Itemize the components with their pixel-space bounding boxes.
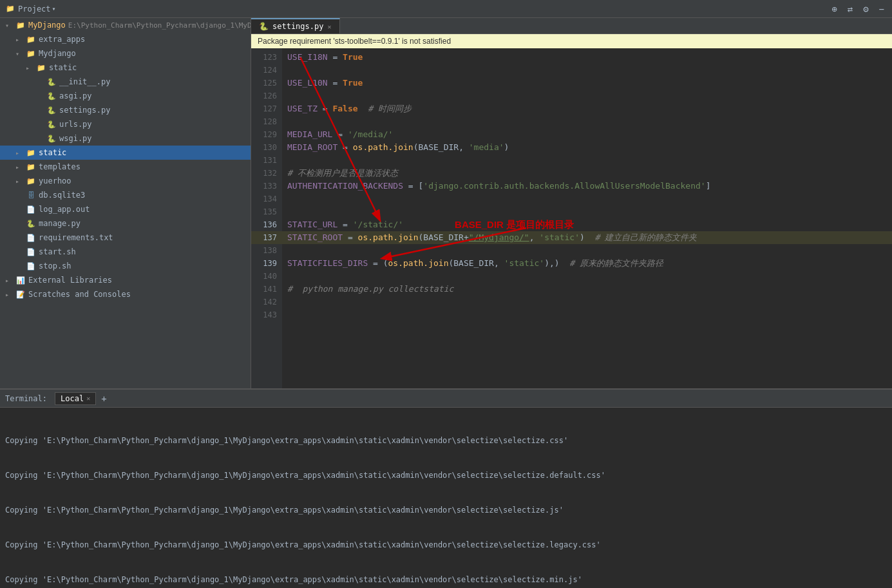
sidebar-item-init[interactable]: 🐍 __init__.py — [0, 75, 251, 89]
sidebar-item-extra-apps[interactable]: 📁 extra_apps — [0, 32, 251, 46]
db-icon: 🗄 — [26, 190, 36, 200]
gear-icon[interactable]: ⚙ — [860, 3, 871, 15]
code-line-138 — [282, 244, 892, 257]
line-numbers: 123 124 125 126 127 128 129 130 131 132 … — [251, 48, 282, 388]
ext-lib-icon: 📊 — [15, 275, 26, 285]
code-line-141: # python manage.py collectstatic — [282, 283, 892, 296]
sidebar-item-label: Mydjango — [39, 49, 76, 58]
editor-tabs: 🐍 settings.py ✕ — [251, 18, 892, 34]
sidebar-item-external-libraries[interactable]: 📊 External Libraries — [0, 273, 251, 287]
sidebar-item-static[interactable]: 📁 static — [0, 146, 251, 160]
code-line-128 — [282, 115, 892, 128]
code-line-142 — [282, 296, 892, 308]
py-icon: 🐍 — [46, 91, 57, 101]
terminal-tabs: Terminal: Local ✕ + — [0, 390, 892, 408]
terminal-tab-label: Local — [61, 394, 84, 403]
code-line-139: STATICFILES_DIRS = (os.path.join(BASE_DI… — [282, 257, 892, 270]
sidebar-item-static-inner[interactable]: 📁 static — [0, 61, 251, 75]
sidebar-item-label: start.sh — [39, 247, 76, 256]
sidebar-item-label: MyDjango — [28, 21, 66, 30]
py-icon: 🐍 — [46, 105, 57, 115]
sidebar-item-settings[interactable]: 🐍 settings.py — [0, 103, 251, 117]
py-icon: 🐍 — [46, 119, 57, 129]
editor-area: 🐍 settings.py ✕ Package requirement 'sts… — [251, 18, 892, 388]
sidebar-item-asgi[interactable]: 🐍 asgi.py — [0, 89, 251, 103]
top-bar-title: Project — [18, 5, 51, 14]
py-tab-icon: 🐍 — [259, 22, 269, 31]
sidebar-item-label: static — [39, 148, 66, 157]
add-icon[interactable]: ⊕ — [829, 3, 839, 15]
sidebar-item-yuerhoo[interactable]: 📁 yuerhoo — [0, 174, 251, 188]
main-layout: 📁 MyDjango E:\Python_Charm\Python_Pychar… — [0, 18, 892, 388]
folder-icon: 📁 — [26, 176, 36, 186]
code-line-127: USE_TZ = False # 时间同步 — [282, 102, 892, 115]
code-line-135 — [282, 205, 892, 218]
chevron-right-icon — [15, 164, 26, 171]
terminal-label: Terminal: — [5, 394, 52, 403]
sidebar-content: 📁 MyDjango E:\Python_Charm\Python_Pychar… — [0, 18, 251, 388]
terminal-tab-local[interactable]: Local ✕ — [55, 392, 96, 405]
terminal-line: Copying 'E:\Python_Charm\Python_Pycharm\… — [5, 574, 887, 585]
terminal-tab-close[interactable]: ✕ — [86, 395, 90, 402]
minimize-icon[interactable]: − — [877, 3, 887, 15]
annotation-label: BASE_DIR 是项目的根目录 — [455, 218, 574, 231]
code-line-123: USE_I18N = True — [282, 51, 892, 64]
scratches-icon: 📝 — [15, 289, 26, 299]
sidebar-item-mydjango-root[interactable]: 📁 MyDjango E:\Python_Charm\Python_Pychar… — [0, 18, 251, 32]
folder-icon: 📁 — [26, 48, 36, 59]
sidebar-item-stopsh[interactable]: 📄 stop.sh — [0, 259, 251, 273]
code-line-132: # 不检测用户是否是激活状态 — [282, 167, 892, 180]
sidebar-item-label: settings.py — [59, 106, 110, 115]
sidebar-item-scratches[interactable]: 📝 Scratches and Consoles — [0, 287, 251, 301]
chevron-right-icon — [15, 178, 26, 185]
code-line-140 — [282, 270, 892, 283]
code-content[interactable]: USE_I18N = True USE_L10N = True USE_TZ =… — [282, 48, 892, 388]
sh-icon: 📄 — [26, 261, 36, 271]
project-icon: 📁 — [5, 4, 15, 14]
sidebar-item-mydjango[interactable]: 📁 Mydjango — [0, 46, 251, 61]
sidebar-item-log[interactable]: 📄 log_app.out — [0, 202, 251, 216]
sidebar-item-label: extra_apps — [39, 35, 85, 44]
tab-close-button[interactable]: ✕ — [327, 23, 331, 30]
py-icon: 🐍 — [46, 77, 57, 87]
sh-icon: 📄 — [26, 247, 36, 257]
split-icon[interactable]: ⇄ — [845, 3, 855, 15]
top-bar-actions: ⊕ ⇄ ⚙ − — [829, 3, 887, 15]
sidebar-item-label: wsgi.py — [59, 134, 92, 143]
terminal-add-button[interactable]: + — [99, 394, 109, 404]
chevron-right-icon — [15, 149, 26, 156]
chevron-down-icon — [15, 50, 26, 57]
tab-settings-py[interactable]: 🐍 settings.py ✕ — [251, 18, 340, 33]
code-line-136: STATIC_URL = '/static/' BASE_DIR 是项目的根目录 — [282, 218, 892, 231]
sidebar-item-requirements[interactable]: 📄 requirements.txt — [0, 231, 251, 245]
sidebar-item-label: stop.sh — [39, 261, 71, 270]
sidebar-item-label: requirements.txt — [39, 233, 113, 242]
sidebar-item-label: manage.py — [39, 219, 81, 228]
chevron-down-icon — [5, 22, 15, 29]
warning-text: Package requirement 'sts-toolbelt==0.9.1… — [258, 37, 451, 46]
code-line-143 — [282, 308, 892, 321]
sidebar-item-templates[interactable]: 📁 templates — [0, 160, 251, 174]
code-line-125: USE_L10N = True — [282, 77, 892, 90]
folder-icon: 📁 — [15, 20, 26, 30]
folder-icon: 📁 — [26, 162, 36, 172]
sidebar-item-label: asgi.py — [59, 91, 92, 100]
sidebar-item-label: urls.py — [59, 120, 92, 129]
tab-label: settings.py — [272, 22, 323, 31]
sidebar-item-wsgi[interactable]: 🐍 wsgi.py — [0, 131, 251, 146]
sidebar-item-startsh[interactable]: 📄 start.sh — [0, 245, 251, 259]
folder-icon: 📁 — [26, 147, 36, 158]
code-line-126 — [282, 90, 892, 102]
terminal-content[interactable]: Copying 'E:\Python_Charm\Python_Pycharm\… — [0, 408, 892, 588]
code-line-130: MEDIA_ROOT = os.path.join(BASE_DIR, 'med… — [282, 141, 892, 154]
sidebar-item-manage[interactable]: 🐍 manage.py — [0, 216, 251, 231]
code-line-133: AUTHENTICATION_BACKENDS = ['django.contr… — [282, 180, 892, 193]
sidebar-item-db[interactable]: 🗄 db.sqlite3 — [0, 188, 251, 202]
log-icon: 📄 — [26, 204, 36, 214]
code-line-134 — [282, 193, 892, 205]
chevron-right-icon — [5, 277, 15, 284]
txt-icon: 📄 — [26, 232, 36, 243]
folder-icon: 📁 — [26, 34, 36, 44]
sidebar-item-urls[interactable]: 🐍 urls.py — [0, 117, 251, 131]
top-bar: 📁 Project ▾ ⊕ ⇄ ⚙ − — [0, 0, 892, 18]
